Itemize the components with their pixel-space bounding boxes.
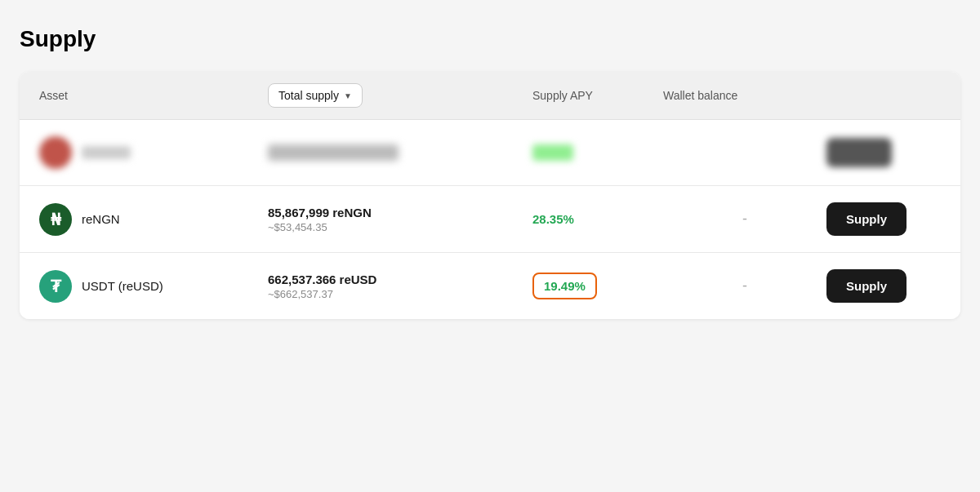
usdt-apy-wrapper: 19.49% xyxy=(532,273,663,299)
col-wallet-balance-label: Wallet balance xyxy=(663,89,826,102)
blurred-icon xyxy=(39,136,72,169)
blurred-asset-cell xyxy=(39,136,268,169)
rengn-apy: 28.35% xyxy=(532,212,663,226)
usdt-supply-action: Supply xyxy=(826,269,941,303)
page-title: Supply xyxy=(20,26,960,52)
blurred-name xyxy=(82,146,131,159)
rengn-supply-cell: 85,867,999 reNGN ~$53,454.35 xyxy=(268,206,532,233)
col-asset-label: Asset xyxy=(39,89,268,102)
usdt-supply-sub: ~$662,537.37 xyxy=(268,288,532,300)
blurred-apy xyxy=(532,144,663,161)
usdt-supply-cell: 662,537.366 reUSD ~$662,537.37 xyxy=(268,273,532,300)
usdt-apy: 19.49% xyxy=(532,273,597,299)
table-row-usdt: ₮ USDT (reUSD) 662,537.366 reUSD ~$662,5… xyxy=(20,253,960,319)
usdt-wallet-balance: - xyxy=(663,277,826,295)
usdt-asset-cell: ₮ USDT (reUSD) xyxy=(39,270,268,303)
blurred-supply xyxy=(268,144,532,161)
table-row-blurred xyxy=(20,120,960,186)
usdt-supply-main: 662,537.366 reUSD xyxy=(268,273,532,286)
blurred-button xyxy=(826,138,941,167)
usdt-supply-button[interactable]: Supply xyxy=(826,269,906,303)
table-header: Asset Total supply ▼ Supply APY Wallet b… xyxy=(20,72,960,120)
usdt-icon: ₮ xyxy=(39,270,72,303)
table-row-rengn: ₦ reNGN 85,867,999 reNGN ~$53,454.35 28.… xyxy=(20,186,960,253)
rengn-asset-name: reNGN xyxy=(82,212,120,226)
usdt-asset-name: USDT (reUSD) xyxy=(82,279,163,293)
usdt-icon-symbol: ₮ xyxy=(51,277,61,296)
rengn-icon: ₦ xyxy=(39,203,72,236)
rengn-supply-button[interactable]: Supply xyxy=(826,202,906,236)
rengn-icon-symbol: ₦ xyxy=(51,210,61,229)
col-total-supply: Total supply ▼ xyxy=(268,83,532,108)
dropdown-label: Total supply xyxy=(278,89,339,102)
rengn-wallet-balance: - xyxy=(663,211,826,228)
rengn-supply-main: 85,867,999 reNGN xyxy=(268,206,532,219)
rengn-supply-action: Supply xyxy=(826,202,941,236)
col-supply-apy-label: Supply APY xyxy=(532,89,663,102)
rengn-supply-sub: ~$53,454.35 xyxy=(268,221,532,233)
total-supply-dropdown[interactable]: Total supply ▼ xyxy=(268,83,363,108)
supply-table: Asset Total supply ▼ Supply APY Wallet b… xyxy=(20,72,960,319)
chevron-down-icon: ▼ xyxy=(344,91,352,100)
rengn-asset-cell: ₦ reNGN xyxy=(39,203,268,236)
